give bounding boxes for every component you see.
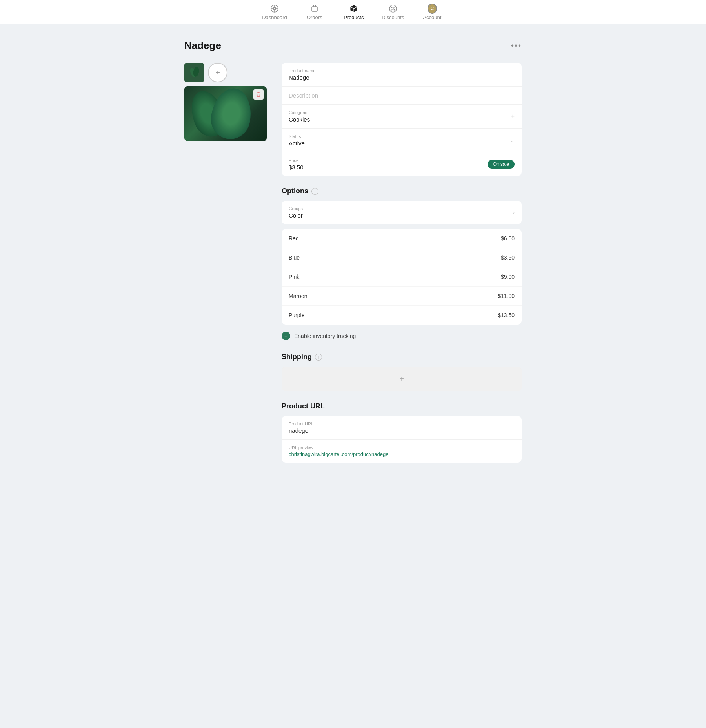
product-name-value: Nadege	[289, 74, 515, 81]
svg-rect-6	[312, 7, 317, 11]
main-content: + Product name Nadege Descrip	[184, 63, 522, 463]
url-value: nadege	[289, 427, 515, 434]
nav-orders[interactable]: Orders	[303, 4, 326, 20]
left-panel: +	[184, 63, 271, 141]
variant-name-blue: Blue	[289, 254, 300, 261]
variant-name-purple: Purple	[289, 312, 304, 318]
inventory-label: Enable inventory tracking	[294, 333, 356, 339]
status-field[interactable]: Status Active ⌄	[282, 129, 522, 152]
nav-account[interactable]: C Account	[420, 4, 444, 20]
image-thumbnails: +	[184, 63, 271, 82]
nav-products-label: Products	[344, 15, 364, 20]
shipping-section-header: Shipping i	[282, 353, 522, 361]
status-label: Status	[289, 134, 305, 139]
variant-name-pink: Pink	[289, 274, 299, 280]
variant-price-red: $6.00	[501, 235, 515, 241]
add-shipping-button[interactable]: +	[282, 367, 522, 391]
product-url-section-header: Product URL	[282, 402, 522, 410]
price-label: Price	[289, 158, 304, 163]
url-preview-label: URL preview	[289, 445, 515, 450]
variants-card: Red $6.00 Blue $3.50 Pink $9.00 Maroon $…	[282, 229, 522, 325]
variant-price-blue: $3.50	[501, 254, 515, 261]
product-name-label: Product name	[289, 68, 515, 73]
categories-label: Categories	[289, 110, 310, 115]
status-chevron-icon: ⌄	[510, 137, 515, 143]
right-panel: Product name Nadege Description Categori…	[282, 63, 522, 463]
on-sale-badge: On sale	[488, 160, 515, 169]
groups-info: Groups Color	[289, 206, 303, 219]
products-icon	[349, 4, 358, 13]
groups-chevron-icon: ›	[513, 209, 515, 216]
orders-icon	[310, 4, 319, 13]
account-icon: C	[428, 4, 437, 13]
url-preview-value: christinagwira.bigcartel.com/product/nad…	[289, 451, 515, 457]
groups-card[interactable]: Groups Color ›	[282, 201, 522, 224]
nav-dashboard-label: Dashboard	[262, 15, 287, 20]
page-header: Nadege •••	[184, 40, 522, 52]
description-placeholder: Description	[289, 92, 515, 99]
options-title: Options	[282, 187, 308, 195]
categories-field[interactable]: Categories Cookies +	[282, 105, 522, 129]
description-field[interactable]: Description	[282, 87, 522, 105]
variant-name-maroon: Maroon	[289, 293, 307, 299]
product-url-title: Product URL	[282, 402, 325, 410]
categories-value: Cookies	[289, 116, 310, 123]
price-field[interactable]: Price $3.50 On sale	[282, 152, 522, 176]
nav-account-label: Account	[423, 15, 441, 20]
price-value: $3.50	[289, 164, 304, 171]
svg-point-1	[273, 7, 276, 10]
add-category-button[interactable]: +	[511, 113, 515, 120]
product-url-card: Product URL nadege URL preview christina…	[282, 416, 522, 463]
top-navigation: Dashboard Orders Products	[0, 0, 706, 24]
nav-discounts[interactable]: Discounts	[381, 4, 405, 20]
image-thumbnail[interactable]	[184, 63, 204, 82]
url-label: Product URL	[289, 421, 515, 426]
discounts-icon	[388, 4, 398, 13]
status-value: Active	[289, 140, 305, 147]
svg-point-10	[391, 7, 392, 8]
variant-row-red[interactable]: Red $6.00	[282, 229, 522, 248]
groups-value: Color	[289, 212, 303, 219]
inventory-toggle-button[interactable]: +	[282, 332, 290, 340]
variant-price-maroon: $11.00	[498, 293, 515, 299]
shipping-info-icon[interactable]: i	[315, 354, 322, 361]
variant-name-red: Red	[289, 235, 299, 241]
product-form-card: Product name Nadege Description Categori…	[282, 63, 522, 176]
variant-row-pink[interactable]: Pink $9.00	[282, 267, 522, 287]
variant-row-maroon[interactable]: Maroon $11.00	[282, 287, 522, 306]
inventory-tracking-row: + Enable inventory tracking	[282, 330, 522, 342]
nav-products[interactable]: Products	[342, 4, 366, 20]
url-field[interactable]: Product URL nadege	[282, 416, 522, 440]
variant-price-purple: $13.50	[498, 312, 515, 318]
svg-point-11	[393, 9, 395, 11]
groups-label: Groups	[289, 206, 303, 211]
page-title: Nadege	[184, 40, 221, 52]
avatar: C	[428, 4, 437, 14]
options-section-header: Options i	[282, 187, 522, 195]
dashboard-icon	[270, 4, 279, 13]
url-preview-field: URL preview christinagwira.bigcartel.com…	[282, 440, 522, 463]
nav-dashboard[interactable]: Dashboard	[262, 4, 287, 20]
variant-price-pink: $9.00	[501, 274, 515, 280]
page-container: Nadege ••• +	[176, 24, 530, 494]
add-image-button[interactable]: +	[208, 63, 227, 82]
product-name-field[interactable]: Product name Nadege	[282, 63, 522, 87]
nav-orders-label: Orders	[307, 15, 322, 20]
shipping-title: Shipping	[282, 353, 312, 361]
variant-row-purple[interactable]: Purple $13.50	[282, 306, 522, 325]
delete-image-button[interactable]	[253, 89, 264, 100]
variant-row-blue[interactable]: Blue $3.50	[282, 248, 522, 267]
more-options-button[interactable]: •••	[511, 41, 522, 50]
main-product-image	[184, 86, 267, 141]
nav-discounts-label: Discounts	[382, 15, 404, 20]
options-info-icon[interactable]: i	[311, 188, 318, 195]
